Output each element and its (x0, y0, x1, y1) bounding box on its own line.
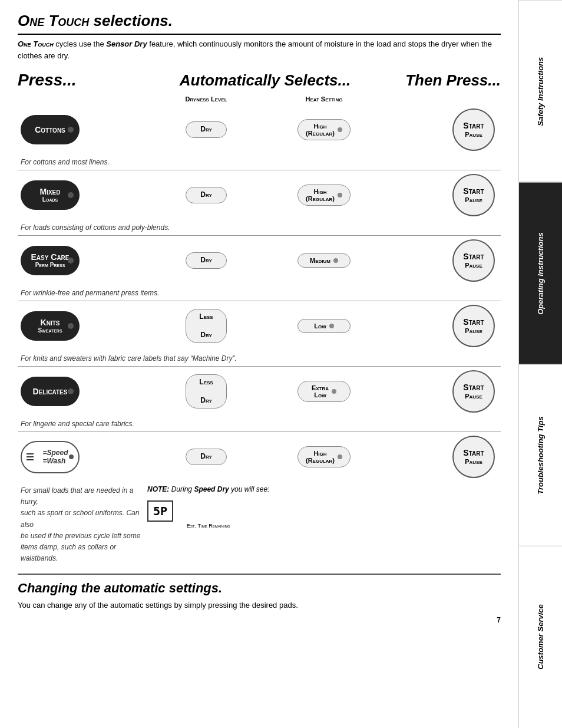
dryness-cottons: Dry (147, 121, 265, 138)
speedwash-desc: For small loads that are needed in a hur… (18, 485, 147, 564)
dryness-pill-speedwash: Dry (186, 449, 227, 465)
est-time-display: 5P (147, 500, 173, 522)
start-knits: Start Pause (383, 305, 501, 347)
sidebar-section-troubleshooting[interactable]: Troubleshooting Tips (519, 364, 562, 546)
desc-delicates: For lingerie and special care fabrics. (18, 420, 501, 432)
desc-cottons: For cottons and most linens. (18, 158, 501, 170)
press-knits: Knits Sweaters (18, 311, 147, 341)
press-easycare: Easy Care Perm Press (18, 246, 147, 275)
heat-pill-speedwash: High(Regular) (297, 446, 351, 467)
easy-care-button[interactable]: Easy Care Perm Press (21, 246, 80, 275)
dryness-knits: LessDry (147, 309, 265, 344)
section-divider (18, 574, 501, 575)
cycle-row-easycare: Easy Care Perm Press Dry Medium Start Pa… (18, 239, 501, 285)
sub-headers: Dryness Level Heat Setting (18, 95, 501, 103)
sidebar-section-operating[interactable]: Operating Instructions (519, 182, 562, 364)
cottons-button[interactable]: Cottons (21, 115, 80, 144)
speedwash-note-text: NOTE: During Speed Dry you will see: (147, 485, 269, 493)
page-number: 7 (18, 616, 501, 624)
heat-pill-mixed: High(Regular) (297, 185, 351, 206)
press-cottons: Cottons (18, 115, 147, 144)
main-content: One Touch selections. One Touch cycles u… (0, 0, 518, 728)
press-delicates: Delicates (18, 377, 147, 406)
changing-section-body: You can change any of the automatic sett… (18, 599, 501, 611)
heat-pill-cottons: High(Regular) (297, 119, 351, 140)
knits-button[interactable]: Knits Sweaters (21, 311, 80, 341)
title-rest: selections. (89, 12, 173, 29)
desc-easycare: For wrinkle-free and permanent press ite… (18, 289, 501, 301)
page-title: One Touch selections. (18, 12, 501, 35)
dryness-speedwash: Dry (147, 449, 265, 465)
heat-speedwash: High(Regular) (265, 446, 383, 467)
dryness-mixed: Dry (147, 187, 265, 203)
delicates-button[interactable]: Delicates (21, 377, 80, 406)
start-cottons: Start Pause (383, 108, 501, 151)
sidebar-section-customer[interactable]: Customer Service (519, 546, 562, 728)
heat-knits: Low (265, 319, 383, 333)
dryness-pill-easycare: Dry (186, 252, 227, 269)
sub-dryness-label: Dryness Level (147, 95, 265, 103)
heat-delicates: ExtraLow (265, 381, 383, 402)
brand-one-touch: One Touch (18, 39, 54, 48)
dryness-pill-knits: LessDry (186, 309, 227, 344)
cycle-row-mixed: Mixed Loads Dry High(Regular) Start Paus… (18, 174, 501, 220)
start-pause-speedwash[interactable]: Start Pause (452, 436, 495, 478)
heat-pill-knits: Low (297, 319, 351, 333)
sidebar-section-safety[interactable]: Safety Instructions (519, 0, 562, 182)
start-speedwash: Start Pause (383, 436, 501, 478)
heat-pill-easycare: Medium (297, 253, 351, 268)
start-pause-delicates[interactable]: Start Pause (452, 370, 495, 413)
speedwash-button[interactable]: =Speed =Wash (21, 441, 80, 473)
start-easycare: Start Pause (383, 239, 501, 282)
start-pause-mixed[interactable]: Start Pause (452, 174, 495, 216)
cycle-row-knits: Knits Sweaters LessDry Low Start Pause (18, 305, 501, 351)
cycle-row-speedwash: =Speed =Wash Dry High(Regular) Start Pau… (18, 436, 501, 482)
changing-section-title: Changing the automatic settings. (18, 581, 501, 596)
cycle-row-cottons: Cottons Dry High(Regular) Start Pause (18, 108, 501, 154)
dryness-pill-delicates: LessDry (186, 374, 227, 409)
heat-easycare: Medium (265, 253, 383, 268)
est-time-container: 5P Est. Time Remaining (147, 498, 269, 529)
brand-sensor-dry: Sensor Dry (106, 39, 147, 48)
start-mixed: Start Pause (383, 174, 501, 216)
start-pause-knits[interactable]: Start Pause (452, 305, 495, 347)
heat-cottons: High(Regular) (265, 119, 383, 140)
columns-header: Press... Automatically Selects... Then P… (18, 71, 501, 90)
press-mixed: Mixed Loads (18, 180, 147, 210)
start-pause-easycare[interactable]: Start Pause (452, 239, 495, 282)
intro-paragraph: One Touch cycles use the Sensor Dry feat… (18, 38, 501, 61)
desc-mixed: For loads consisting of cottons and poly… (18, 223, 501, 236)
press-speedwash: =Speed =Wash (18, 441, 147, 473)
title-touch: Touch (48, 12, 89, 29)
col-auto-label: Automatically Selects... (147, 71, 383, 90)
desc-knits: For knits and sweaters with fabric care … (18, 354, 501, 367)
dryness-pill-cottons: Dry (186, 121, 227, 138)
col-then-label: Then Press... (383, 71, 501, 90)
sidebar: Safety Instructions Operating Instructio… (518, 0, 562, 728)
mixed-loads-button[interactable]: Mixed Loads (21, 180, 80, 210)
col-press-label: Press... (18, 71, 147, 90)
dryness-pill-mixed: Dry (186, 187, 227, 203)
speedwash-desc-row: For small loads that are needed in a hur… (18, 485, 501, 564)
heat-pill-delicates: ExtraLow (297, 381, 351, 402)
est-time-label: Est. Time Remaining (147, 523, 269, 529)
heat-mixed: High(Regular) (265, 185, 383, 206)
title-one: One (18, 12, 44, 29)
speedwash-lines-icon (27, 453, 34, 460)
cycle-row-delicates: Delicates LessDry ExtraLow Start Pause (18, 370, 501, 416)
dryness-easycare: Dry (147, 252, 265, 269)
dryness-delicates: LessDry (147, 374, 265, 409)
start-pause-cottons[interactable]: Start Pause (452, 108, 495, 151)
speedwash-note: NOTE: During Speed Dry you will see: 5P … (147, 485, 501, 564)
sub-heat-label: Heat Setting (265, 95, 383, 103)
start-delicates: Start Pause (383, 370, 501, 413)
